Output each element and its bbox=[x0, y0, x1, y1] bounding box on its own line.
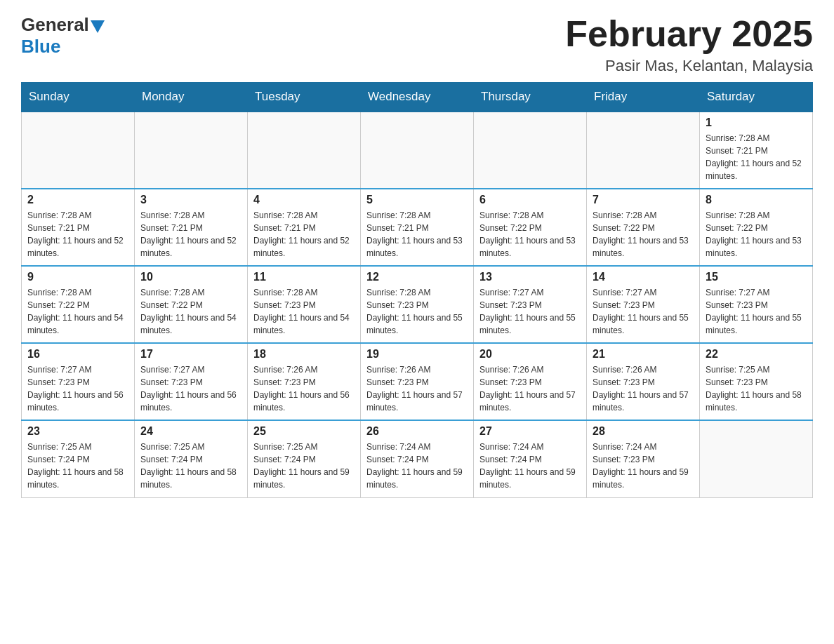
day-info: Sunrise: 7:28 AM Sunset: 7:23 PM Dayligh… bbox=[366, 286, 468, 337]
day-info: Sunrise: 7:28 AM Sunset: 7:22 PM Dayligh… bbox=[140, 286, 241, 337]
logo: General Blue bbox=[21, 14, 105, 58]
calendar-cell: 5Sunrise: 7:28 AM Sunset: 7:21 PM Daylig… bbox=[361, 189, 474, 266]
calendar-cell: 13Sunrise: 7:27 AM Sunset: 7:23 PM Dayli… bbox=[474, 266, 587, 343]
calendar-cell: 15Sunrise: 7:27 AM Sunset: 7:23 PM Dayli… bbox=[700, 266, 813, 343]
calendar-cell: 24Sunrise: 7:25 AM Sunset: 7:24 PM Dayli… bbox=[135, 420, 248, 497]
calendar-cell: 21Sunrise: 7:26 AM Sunset: 7:23 PM Dayli… bbox=[587, 343, 700, 420]
day-info: Sunrise: 7:25 AM Sunset: 7:24 PM Dayligh… bbox=[27, 441, 128, 491]
day-info: Sunrise: 7:27 AM Sunset: 7:23 PM Dayligh… bbox=[140, 363, 241, 414]
day-info: Sunrise: 7:28 AM Sunset: 7:21 PM Dayligh… bbox=[140, 209, 241, 260]
day-number: 6 bbox=[479, 194, 581, 206]
calendar-cell: 16Sunrise: 7:27 AM Sunset: 7:23 PM Dayli… bbox=[22, 343, 135, 420]
calendar-cell bbox=[135, 112, 248, 189]
column-header-saturday: Saturday bbox=[700, 83, 813, 112]
calendar-cell bbox=[474, 112, 587, 189]
day-info: Sunrise: 7:28 AM Sunset: 7:21 PM Dayligh… bbox=[706, 132, 807, 182]
calendar-cell: 22Sunrise: 7:25 AM Sunset: 7:23 PM Dayli… bbox=[700, 343, 813, 420]
calendar-cell: 7Sunrise: 7:28 AM Sunset: 7:22 PM Daylig… bbox=[587, 189, 700, 266]
calendar-cell: 10Sunrise: 7:28 AM Sunset: 7:22 PM Dayli… bbox=[135, 266, 248, 343]
day-number: 28 bbox=[593, 425, 694, 438]
calendar-cell: 18Sunrise: 7:26 AM Sunset: 7:23 PM Dayli… bbox=[248, 343, 361, 420]
column-header-sunday: Sunday bbox=[22, 83, 135, 112]
calendar-cell: 26Sunrise: 7:24 AM Sunset: 7:24 PM Dayli… bbox=[361, 420, 474, 497]
day-number: 9 bbox=[27, 271, 128, 283]
calendar-cell: 17Sunrise: 7:27 AM Sunset: 7:23 PM Dayli… bbox=[135, 343, 248, 420]
day-info: Sunrise: 7:27 AM Sunset: 7:23 PM Dayligh… bbox=[27, 363, 128, 414]
day-number: 23 bbox=[27, 425, 128, 438]
column-header-tuesday: Tuesday bbox=[248, 83, 361, 112]
day-number: 12 bbox=[366, 271, 468, 283]
column-header-thursday: Thursday bbox=[474, 83, 587, 112]
logo-blue-text: Blue bbox=[21, 36, 60, 58]
day-number: 24 bbox=[140, 425, 241, 438]
day-number: 5 bbox=[366, 194, 468, 206]
day-info: Sunrise: 7:28 AM Sunset: 7:21 PM Dayligh… bbox=[253, 209, 355, 260]
day-number: 8 bbox=[706, 194, 807, 206]
calendar-cell: 14Sunrise: 7:27 AM Sunset: 7:23 PM Dayli… bbox=[587, 266, 700, 343]
day-number: 21 bbox=[593, 348, 694, 361]
day-info: Sunrise: 7:26 AM Sunset: 7:23 PM Dayligh… bbox=[253, 363, 355, 414]
day-info: Sunrise: 7:24 AM Sunset: 7:24 PM Dayligh… bbox=[479, 441, 581, 491]
column-header-wednesday: Wednesday bbox=[361, 83, 474, 112]
day-number: 14 bbox=[593, 271, 694, 283]
day-info: Sunrise: 7:28 AM Sunset: 7:22 PM Dayligh… bbox=[706, 209, 807, 260]
calendar-week-row: 16Sunrise: 7:27 AM Sunset: 7:23 PM Dayli… bbox=[22, 343, 813, 420]
day-number: 27 bbox=[479, 425, 581, 438]
calendar-cell: 6Sunrise: 7:28 AM Sunset: 7:22 PM Daylig… bbox=[474, 189, 587, 266]
day-info: Sunrise: 7:25 AM Sunset: 7:24 PM Dayligh… bbox=[140, 441, 241, 491]
column-header-friday: Friday bbox=[587, 83, 700, 112]
calendar-cell: 2Sunrise: 7:28 AM Sunset: 7:21 PM Daylig… bbox=[22, 189, 135, 266]
calendar-cell: 3Sunrise: 7:28 AM Sunset: 7:21 PM Daylig… bbox=[135, 189, 248, 266]
calendar-cell: 27Sunrise: 7:24 AM Sunset: 7:24 PM Dayli… bbox=[474, 420, 587, 497]
calendar-cell: 9Sunrise: 7:28 AM Sunset: 7:22 PM Daylig… bbox=[22, 266, 135, 343]
calendar-cell: 23Sunrise: 7:25 AM Sunset: 7:24 PM Dayli… bbox=[22, 420, 135, 497]
day-number: 25 bbox=[253, 425, 355, 438]
day-number: 7 bbox=[593, 194, 694, 206]
day-number: 18 bbox=[253, 348, 355, 361]
day-number: 4 bbox=[253, 194, 355, 206]
calendar-week-row: 23Sunrise: 7:25 AM Sunset: 7:24 PM Dayli… bbox=[22, 420, 813, 497]
column-header-monday: Monday bbox=[135, 83, 248, 112]
calendar-cell: 1Sunrise: 7:28 AM Sunset: 7:21 PM Daylig… bbox=[700, 112, 813, 189]
calendar-cell: 28Sunrise: 7:24 AM Sunset: 7:23 PM Dayli… bbox=[587, 420, 700, 497]
day-number: 20 bbox=[479, 348, 581, 361]
calendar-cell: 20Sunrise: 7:26 AM Sunset: 7:23 PM Dayli… bbox=[474, 343, 587, 420]
day-number: 1 bbox=[706, 116, 807, 129]
title-section: February 2025 Pasir Mas, Kelantan, Malay… bbox=[565, 14, 813, 75]
calendar-header-row: SundayMondayTuesdayWednesdayThursdayFrid… bbox=[22, 83, 813, 112]
day-info: Sunrise: 7:24 AM Sunset: 7:23 PM Dayligh… bbox=[593, 441, 694, 491]
day-info: Sunrise: 7:28 AM Sunset: 7:22 PM Dayligh… bbox=[479, 209, 581, 260]
day-number: 2 bbox=[27, 194, 128, 206]
day-info: Sunrise: 7:26 AM Sunset: 7:23 PM Dayligh… bbox=[593, 363, 694, 414]
day-number: 11 bbox=[253, 271, 355, 283]
page-header: General Blue February 2025 Pasir Mas, Ke… bbox=[21, 14, 813, 75]
day-number: 17 bbox=[140, 348, 241, 361]
day-number: 19 bbox=[366, 348, 468, 361]
subtitle: Pasir Mas, Kelantan, Malaysia bbox=[565, 57, 813, 75]
calendar-cell bbox=[700, 420, 813, 497]
day-number: 13 bbox=[479, 271, 581, 283]
calendar-cell bbox=[361, 112, 474, 189]
calendar-cell: 19Sunrise: 7:26 AM Sunset: 7:23 PM Dayli… bbox=[361, 343, 474, 420]
day-info: Sunrise: 7:24 AM Sunset: 7:24 PM Dayligh… bbox=[366, 441, 468, 491]
calendar-cell bbox=[248, 112, 361, 189]
calendar-cell: 4Sunrise: 7:28 AM Sunset: 7:21 PM Daylig… bbox=[248, 189, 361, 266]
calendar-cell bbox=[587, 112, 700, 189]
calendar-week-row: 9Sunrise: 7:28 AM Sunset: 7:22 PM Daylig… bbox=[22, 266, 813, 343]
logo-triangle-icon bbox=[91, 20, 105, 33]
day-number: 16 bbox=[27, 348, 128, 361]
calendar-table: SundayMondayTuesdayWednesdayThursdayFrid… bbox=[21, 82, 813, 498]
day-number: 3 bbox=[140, 194, 241, 206]
calendar-cell: 11Sunrise: 7:28 AM Sunset: 7:23 PM Dayli… bbox=[248, 266, 361, 343]
day-info: Sunrise: 7:28 AM Sunset: 7:22 PM Dayligh… bbox=[593, 209, 694, 260]
day-number: 10 bbox=[140, 271, 241, 283]
day-info: Sunrise: 7:28 AM Sunset: 7:21 PM Dayligh… bbox=[366, 209, 468, 260]
day-number: 26 bbox=[366, 425, 468, 438]
day-info: Sunrise: 7:28 AM Sunset: 7:23 PM Dayligh… bbox=[253, 286, 355, 337]
calendar-cell: 25Sunrise: 7:25 AM Sunset: 7:24 PM Dayli… bbox=[248, 420, 361, 497]
day-info: Sunrise: 7:27 AM Sunset: 7:23 PM Dayligh… bbox=[479, 286, 581, 337]
day-info: Sunrise: 7:26 AM Sunset: 7:23 PM Dayligh… bbox=[479, 363, 581, 414]
day-info: Sunrise: 7:25 AM Sunset: 7:23 PM Dayligh… bbox=[706, 363, 807, 414]
day-info: Sunrise: 7:27 AM Sunset: 7:23 PM Dayligh… bbox=[706, 286, 807, 337]
calendar-week-row: 1Sunrise: 7:28 AM Sunset: 7:21 PM Daylig… bbox=[22, 112, 813, 189]
